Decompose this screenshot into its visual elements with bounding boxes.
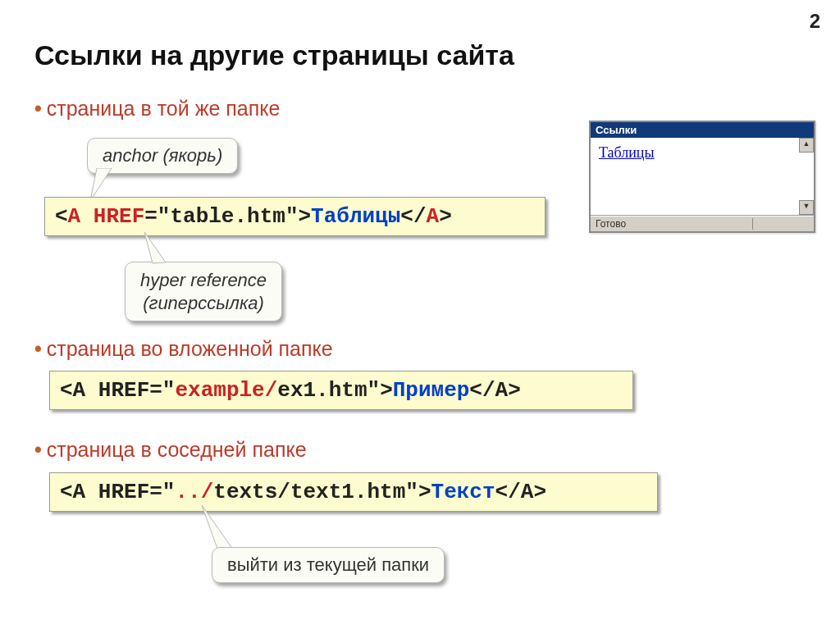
code-box-1: <A HREF="table.htm">Таблицы</A>: [44, 197, 546, 236]
svg-marker-2: [202, 505, 233, 551]
browser-window: Ссылки Таблицы ▲ ▼ Готово: [589, 121, 815, 233]
bullet-dot: •: [34, 97, 42, 120]
callout-anchor: anchor (якорь): [87, 138, 238, 174]
scroll-up-icon[interactable]: ▲: [799, 138, 814, 153]
bullet-1: •страница в той же папке: [34, 97, 280, 121]
bullet-dot: •: [34, 337, 42, 360]
slide-title: Ссылки на другие страницы сайта: [34, 39, 514, 71]
browser-titlebar: Ссылки: [591, 122, 814, 138]
callout-href: hyper reference (гиперссылка): [125, 262, 282, 321]
callout-exit-text: выйти из текущей папки: [227, 554, 429, 575]
svg-marker-1: [144, 232, 166, 263]
bullet-3-text: страница в соседней папке: [47, 438, 307, 461]
browser-status-text: Готово: [596, 218, 626, 230]
callout-href-line2: (гиперссылка): [143, 293, 264, 313]
bullet-2-text: страница во вложенной папке: [47, 337, 333, 360]
bullet-3: •страница в соседней папке: [34, 438, 307, 462]
bullet-dot: •: [34, 438, 42, 461]
callout-href-line1: hyper reference: [140, 270, 267, 290]
code-box-3: <A HREF="../texts/text1.htm">Текст</A>: [49, 472, 658, 512]
status-spacer: [752, 218, 809, 230]
callout-exit: выйти из текущей папки: [212, 547, 445, 583]
callout-anchor-text: anchor (якорь): [103, 145, 222, 166]
browser-body: Таблицы ▲ ▼: [591, 138, 814, 216]
page-number: 2: [810, 10, 820, 33]
bullet-2: •страница во вложенной папке: [34, 337, 333, 361]
code-box-2: <A HREF="example/ex1.htm">Пример</A>: [49, 371, 633, 410]
browser-statusbar: Готово: [591, 216, 814, 231]
bullet-1-text: страница в той же папке: [47, 97, 281, 120]
callout-href-tail: [144, 232, 177, 265]
callout-exit-tail: [202, 505, 251, 553]
browser-link[interactable]: Таблицы: [599, 144, 655, 161]
scroll-down-icon[interactable]: ▼: [799, 200, 814, 215]
